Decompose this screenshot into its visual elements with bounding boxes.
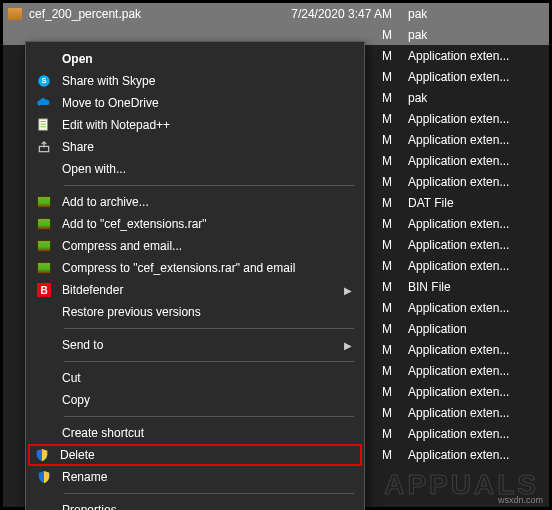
file-type: Application exten... (400, 49, 545, 63)
menu-separator (64, 328, 354, 329)
file-type: Application exten... (400, 343, 545, 357)
file-date-tail: M (382, 70, 400, 84)
file-icon (7, 154, 23, 168)
file-date: 7/24/2020 3:47 AM (270, 7, 400, 21)
menu-compress-email[interactable]: Compress and email... (28, 235, 362, 257)
menu-skype-label: Share with Skype (62, 74, 352, 88)
menu-openwith-label: Open with... (62, 162, 352, 176)
menu-delete[interactable]: Delete (28, 444, 362, 466)
file-icon (7, 28, 23, 42)
file-date-tail: M (382, 28, 400, 42)
file-name: cef_200_percent.pak (29, 7, 270, 21)
blank-icon (34, 392, 54, 408)
file-icon (7, 112, 23, 126)
blank-icon (34, 370, 54, 386)
file-type: Application exten... (400, 238, 545, 252)
file-date-tail: M (382, 343, 400, 357)
file-type: Application exten... (400, 364, 545, 378)
file-icon (7, 322, 23, 336)
submenu-arrow-icon: ▶ (342, 340, 352, 351)
file-icon (7, 196, 23, 210)
file-date-tail: M (382, 196, 400, 210)
menu-delete-label: Delete (60, 448, 358, 462)
menu-open-label: Open (62, 52, 352, 66)
menu-share-label: Share (62, 140, 352, 154)
menu-create-shortcut[interactable]: Create shortcut (28, 422, 362, 444)
menu-copy[interactable]: Copy (28, 389, 362, 411)
menu-properties[interactable]: Properties (28, 499, 362, 510)
file-type: Application exten... (400, 175, 545, 189)
file-type: Application exten... (400, 259, 545, 273)
file-date-tail: M (382, 49, 400, 63)
file-date-tail: M (382, 259, 400, 273)
file-row-selected[interactable]: cef_200_percent.pak 7/24/2020 3:47 AM pa… (3, 3, 549, 24)
menu-copy-label: Copy (62, 393, 352, 407)
file-icon (7, 91, 23, 105)
menu-separator (64, 416, 354, 417)
file-type: Application exten... (400, 154, 545, 168)
menu-share[interactable]: Share (28, 136, 362, 158)
file-icon (7, 427, 23, 441)
menu-open[interactable]: Open (28, 48, 362, 70)
menu-send-to[interactable]: Send to ▶ (28, 334, 362, 356)
menu-cut-label: Cut (62, 371, 352, 385)
menu-bitdefender[interactable]: B Bitdefender ▶ (28, 279, 362, 301)
winrar-icon (34, 194, 54, 210)
file-date-tail: M (382, 154, 400, 168)
menu-separator (64, 185, 354, 186)
menu-edit-notepad[interactable]: Edit with Notepad++ (28, 114, 362, 136)
menu-open-with[interactable]: Open with... (28, 158, 362, 180)
submenu-arrow-icon: ▶ (342, 285, 352, 296)
file-date-tail: M (382, 133, 400, 147)
blank-icon (34, 337, 54, 353)
menu-rename[interactable]: Rename (28, 466, 362, 488)
menu-move-onedrive[interactable]: Move to OneDrive (28, 92, 362, 114)
file-date-tail: M (382, 406, 400, 420)
file-icon (7, 70, 23, 84)
menu-restore-label: Restore previous versions (62, 305, 352, 319)
menu-sendto-label: Send to (62, 338, 342, 352)
file-date-tail: M (382, 112, 400, 126)
file-icon (7, 448, 23, 462)
file-icon (7, 301, 23, 315)
file-date-tail: M (382, 301, 400, 315)
menu-add-archive[interactable]: Add to archive... (28, 191, 362, 213)
file-date-tail: M (382, 217, 400, 231)
onedrive-icon (34, 95, 54, 111)
file-date-tail: M (382, 364, 400, 378)
file-date-tail: M (382, 322, 400, 336)
menu-shortcut-label: Create shortcut (62, 426, 352, 440)
file-type: pak (400, 7, 545, 21)
file-type: Application exten... (400, 427, 545, 441)
menu-archive-toemail-label: Compress to "cef_extensions.rar" and ema… (62, 261, 352, 275)
menu-cut[interactable]: Cut (28, 367, 362, 389)
menu-share-skype[interactable]: S Share with Skype (28, 70, 362, 92)
skype-icon: S (34, 73, 54, 89)
menu-restore-versions[interactable]: Restore previous versions (28, 301, 362, 323)
svg-text:S: S (42, 77, 47, 84)
share-icon (34, 139, 54, 155)
file-icon (7, 217, 23, 231)
file-date-tail: M (382, 175, 400, 189)
file-type: Application (400, 322, 545, 336)
shield-icon (32, 447, 52, 463)
blank-icon (34, 502, 54, 510)
bitdefender-icon: B (34, 282, 54, 298)
file-icon (7, 175, 23, 189)
menu-compress-to-email[interactable]: Compress to "cef_extensions.rar" and ema… (28, 257, 362, 279)
menu-add-to-rar[interactable]: Add to "cef_extensions.rar" (28, 213, 362, 235)
file-date-tail: M (382, 238, 400, 252)
menu-archive-add-label: Add to archive... (62, 195, 352, 209)
winrar-icon (34, 260, 54, 276)
file-type: pak (400, 91, 545, 105)
file-type: Application exten... (400, 448, 545, 462)
file-icon (7, 364, 23, 378)
file-type: BIN File (400, 280, 545, 294)
file-date-tail: M (382, 385, 400, 399)
file-icon (7, 406, 23, 420)
blank-icon (34, 425, 54, 441)
menu-rename-label: Rename (62, 470, 352, 484)
menu-properties-label: Properties (62, 503, 352, 510)
menu-archive-email-label: Compress and email... (62, 239, 352, 253)
file-type: Application exten... (400, 301, 545, 315)
